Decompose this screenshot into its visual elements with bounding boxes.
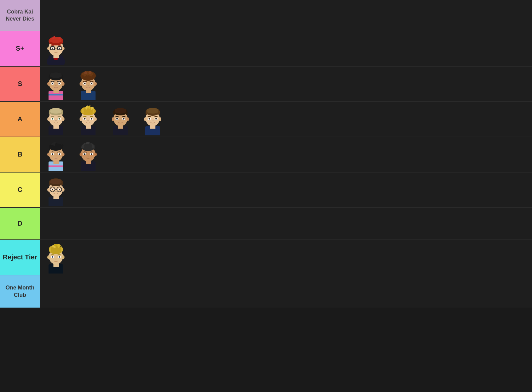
svg-point-82 <box>123 118 125 120</box>
svg-point-90 <box>146 108 159 114</box>
svg-point-95 <box>144 117 147 121</box>
tier-content-s <box>40 67 532 101</box>
svg-point-57 <box>52 118 53 120</box>
player-a-4 <box>137 103 169 135</box>
svg-point-84 <box>127 117 129 121</box>
svg-point-83 <box>112 117 114 121</box>
svg-point-31 <box>62 82 65 86</box>
svg-point-72 <box>94 117 97 121</box>
svg-point-27 <box>52 83 53 84</box>
svg-point-119 <box>94 153 97 156</box>
tier-row-s: S <box>0 67 532 102</box>
tier-label-c: C <box>0 173 40 207</box>
svg-point-92 <box>149 118 150 120</box>
svg-point-134 <box>59 189 60 190</box>
svg-point-141 <box>49 246 63 254</box>
player-a-2 <box>72 103 104 135</box>
tier-row-reject: Reject Tier <box>0 240 532 275</box>
svg-point-143 <box>52 256 53 258</box>
svg-point-55 <box>49 108 62 114</box>
player-b-2 <box>72 138 104 171</box>
svg-point-71 <box>80 117 82 121</box>
svg-point-78 <box>114 108 127 114</box>
svg-rect-99 <box>49 165 63 167</box>
svg-point-102 <box>49 143 63 151</box>
tier-content-d <box>40 208 532 239</box>
svg-point-29 <box>59 83 60 84</box>
svg-point-25 <box>49 72 62 78</box>
tier-label-b: B <box>0 137 40 172</box>
svg-point-7 <box>49 37 63 43</box>
svg-point-70 <box>91 118 92 120</box>
svg-point-59 <box>59 118 60 120</box>
svg-point-43 <box>88 71 92 74</box>
tier-label-onemonth: One Month Club <box>0 275 40 308</box>
svg-point-49 <box>94 82 97 86</box>
svg-point-96 <box>159 117 161 121</box>
tier-content-b <box>40 137 532 172</box>
tier-row-a: A <box>0 102 532 137</box>
player-reject-1 <box>40 241 72 274</box>
tier-content-reject <box>40 240 532 275</box>
tier-row-splus: S+ <box>0 31 532 67</box>
tier-content-a <box>40 102 532 137</box>
svg-point-104 <box>52 153 53 155</box>
tier-label-splus: S+ <box>0 31 40 66</box>
tier-row-d: D <box>0 208 532 240</box>
tier-row-c: C <box>0 173 532 208</box>
tier-label-cobra: Cobra KaiNever Dies <box>0 0 40 31</box>
svg-point-117 <box>91 153 92 155</box>
svg-point-94 <box>155 118 157 120</box>
svg-point-40 <box>92 75 96 78</box>
svg-point-136 <box>62 188 65 192</box>
svg-point-145 <box>59 256 60 258</box>
tier-content-onemonth <box>40 275 532 308</box>
svg-point-41 <box>81 75 84 79</box>
player-s-1 <box>40 68 72 100</box>
svg-point-146 <box>47 255 50 259</box>
player-a-1 <box>40 103 72 135</box>
player-c-1 <box>40 174 72 206</box>
svg-point-115 <box>84 153 86 155</box>
tier-content-c <box>40 173 532 207</box>
svg-point-17 <box>47 47 50 50</box>
svg-point-47 <box>91 83 92 84</box>
svg-point-80 <box>116 118 118 120</box>
svg-point-147 <box>62 255 65 259</box>
svg-point-132 <box>52 189 53 190</box>
tier-content-splus <box>40 31 532 66</box>
tier-content-cobra <box>40 0 532 31</box>
svg-point-118 <box>80 153 82 156</box>
tier-row-cobra: Cobra KaiNever Dies <box>0 0 532 31</box>
svg-point-30 <box>47 82 50 86</box>
tier-row-onemonth: One Month Club <box>0 275 532 308</box>
svg-point-135 <box>47 188 50 192</box>
tier-label-d: D <box>0 208 40 239</box>
svg-point-60 <box>47 117 50 121</box>
player-splus-1 <box>40 33 72 65</box>
player-a-3 <box>104 103 137 135</box>
svg-point-61 <box>62 117 65 121</box>
svg-point-125 <box>49 179 62 184</box>
svg-rect-21 <box>49 94 63 95</box>
tier-list: Cobra KaiNever Dies S+ <box>0 0 532 308</box>
player-b-1 <box>40 138 72 171</box>
tier-row-b: B <box>0 137 532 173</box>
player-s-2 <box>72 68 104 100</box>
svg-point-48 <box>80 82 82 86</box>
svg-point-45 <box>84 83 86 84</box>
svg-point-14 <box>52 48 53 49</box>
svg-point-18 <box>62 47 65 50</box>
svg-point-16 <box>59 48 60 49</box>
svg-point-107 <box>47 153 50 156</box>
svg-point-42 <box>84 71 87 74</box>
svg-point-106 <box>59 153 60 155</box>
tier-label-a: A <box>0 102 40 137</box>
svg-point-68 <box>84 118 86 120</box>
svg-point-108 <box>62 153 65 156</box>
tier-label-reject: Reject Tier <box>0 240 40 275</box>
tier-label-s: S <box>0 67 40 101</box>
